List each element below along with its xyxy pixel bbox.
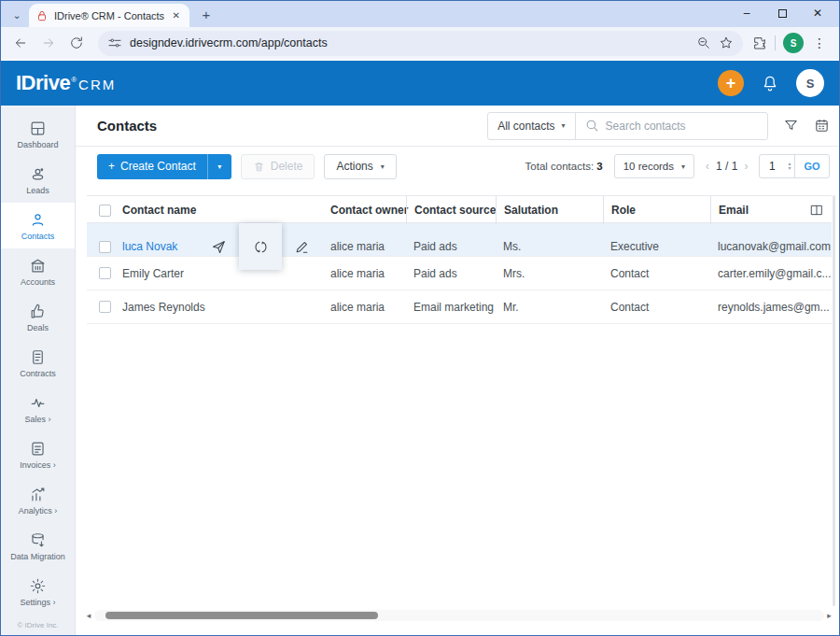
- row-checkbox-cell: [87, 267, 115, 279]
- create-contact-dropdown[interactable]: ▾: [207, 154, 231, 179]
- sidebar-item-settings[interactable]: Settings ›: [1, 569, 75, 615]
- sidebar-item-accounts[interactable]: Accounts: [1, 248, 75, 294]
- table-row[interactable]: luca Novak: [87, 223, 832, 257]
- vertical-scrollbar[interactable]: [833, 195, 835, 606]
- contact-name-link[interactable]: luca Novak: [122, 240, 177, 253]
- app-body: Dashboard Leads Contacts Accounts Deals …: [1, 106, 839, 635]
- column-header-contact-owner[interactable]: Contact owner: [323, 204, 406, 217]
- goto-page-group: ▴ ▾ GO: [759, 154, 829, 178]
- accounts-icon: [29, 257, 47, 275]
- scrollbar-thumb[interactable]: [105, 612, 378, 619]
- actions-toolbar: + Create Contact ▾ Delete Actions ▾ Tota…: [76, 147, 840, 186]
- plus-icon: +: [108, 160, 115, 173]
- new-tab-button[interactable]: +: [195, 3, 217, 25]
- send-email-icon[interactable]: [211, 239, 227, 255]
- sidebar-item-sales[interactable]: Sales ›: [1, 386, 75, 431]
- user-avatar[interactable]: S: [796, 69, 824, 97]
- window-minimize-button[interactable]: –: [729, 1, 764, 25]
- column-manager-icon[interactable]: [809, 203, 824, 218]
- chevron-down-icon: ▾: [681, 163, 685, 171]
- window-close-button[interactable]: ✕: [800, 1, 835, 25]
- column-header-contact-source[interactable]: Contact source: [406, 196, 496, 224]
- url-text: designdev.idrivecrm.com/app/contacts: [130, 36, 689, 49]
- back-button[interactable]: [8, 31, 33, 55]
- contact-source-cell: Email marketing: [406, 301, 496, 314]
- extensions-icon[interactable]: [752, 35, 767, 50]
- records-per-page-dropdown[interactable]: 10 records ▾: [614, 154, 694, 178]
- next-page-chevron[interactable]: ›: [744, 160, 748, 173]
- bookmark-star-icon[interactable]: [719, 35, 734, 50]
- row-checkbox[interactable]: [99, 301, 111, 313]
- page-header-controls: All contacts ▾: [487, 112, 829, 140]
- sidebar-item-analytics[interactable]: Analytics ›: [1, 477, 75, 523]
- sidebar-item-label: Deals: [27, 323, 49, 332]
- idrive-crm-logo[interactable]: IDrive ® CRM: [16, 71, 116, 95]
- email-cell: reynolds.james@gm...: [710, 301, 832, 314]
- contact-source-cell: Paid ads: [406, 267, 496, 280]
- reload-button[interactable]: [64, 31, 89, 55]
- copyright-text: © IDrive Inc.: [1, 621, 75, 629]
- contact-name-cell[interactable]: James Reynolds: [115, 301, 323, 314]
- column-header-salutation[interactable]: Salutation: [496, 196, 603, 224]
- browser-profile-avatar[interactable]: S: [783, 33, 804, 53]
- browser-toolbar: designdev.idrivecrm.com/app/contacts S ⋮: [1, 27, 839, 59]
- tab-search-chevron-icon[interactable]: ⌄: [8, 7, 25, 23]
- main-content: Contacts All contacts ▾: [76, 106, 840, 635]
- total-contacts-label: Total contacts:: [525, 161, 595, 172]
- actions-dropdown-button[interactable]: Actions ▾: [324, 154, 396, 179]
- view-filter-dropdown[interactable]: All contacts ▾: [488, 113, 575, 139]
- header-actions: + S: [718, 69, 824, 97]
- maximize-icon: [778, 9, 787, 18]
- sidebar-item-dashboard[interactable]: Dashboard: [1, 111, 75, 157]
- browser-menu-icon[interactable]: ⋮: [807, 35, 832, 50]
- forward-button[interactable]: [36, 31, 61, 55]
- browser-tab[interactable]: IDrive® CRM - Contacts ✕: [29, 4, 189, 27]
- sidebar-item-label: Contracts: [20, 369, 56, 378]
- site-info-icon[interactable]: [107, 35, 122, 50]
- chevron-down-icon: ▾: [562, 121, 566, 130]
- sidebar-item-leads[interactable]: Leads: [1, 157, 75, 203]
- scrollbar-track[interactable]: [94, 610, 824, 621]
- contact-owner-cell: alice maria: [323, 301, 406, 314]
- edit-pencil-icon[interactable]: [294, 239, 310, 255]
- filter-funnel-icon[interactable]: [783, 118, 799, 134]
- quick-add-button[interactable]: +: [718, 70, 744, 96]
- sidebar-item-invoices[interactable]: Invoices ›: [1, 431, 75, 477]
- sidebar-item-data-migration[interactable]: Data Migration: [1, 523, 75, 569]
- window-maximize-button[interactable]: [764, 1, 800, 25]
- delete-button[interactable]: Delete: [241, 154, 315, 179]
- delete-label: Delete: [271, 160, 303, 173]
- date-filter-calendar-icon[interactable]: [814, 118, 830, 134]
- sidebar-item-contacts[interactable]: Contacts: [1, 203, 75, 248]
- invoices-icon: [29, 440, 47, 458]
- table-row[interactable]: James Reynolds alice maria Email marketi…: [87, 290, 832, 324]
- row-checkbox[interactable]: [99, 267, 111, 279]
- actions-label: Actions: [336, 160, 372, 173]
- scroll-right-arrow[interactable]: ▸: [824, 611, 835, 620]
- go-button[interactable]: GO: [794, 155, 828, 177]
- previous-page-chevron[interactable]: ‹: [706, 160, 709, 173]
- notifications-bell-icon[interactable]: [761, 74, 779, 92]
- row-checkbox[interactable]: [99, 241, 111, 253]
- zoom-out-icon[interactable]: [696, 35, 711, 50]
- records-per-page-label: 10 records: [623, 161, 674, 172]
- sidebar-item-deals[interactable]: Deals: [1, 294, 75, 340]
- column-header-role[interactable]: Role: [603, 196, 710, 224]
- page-spinner[interactable]: ▴ ▾: [784, 162, 794, 171]
- sidebar-item-label: Sales ›: [24, 415, 50, 424]
- page-indicator: 1 / 1: [716, 160, 737, 173]
- column-header-contact-name[interactable]: Contact name: [115, 204, 323, 217]
- create-contact-button[interactable]: + Create Contact: [97, 154, 207, 179]
- column-header-email[interactable]: Email: [710, 196, 832, 224]
- page-number-input[interactable]: [760, 160, 784, 173]
- sync-contact-button[interactable]: [239, 223, 282, 270]
- address-bar[interactable]: designdev.idrivecrm.com/app/contacts: [98, 31, 743, 56]
- contact-name-cell[interactable]: Emily Carter: [115, 267, 323, 280]
- window-controls: – ✕: [729, 1, 835, 25]
- sidebar-item-contracts[interactable]: Contracts: [1, 340, 75, 386]
- email-cell: lucanovak@gmail.com: [710, 240, 832, 253]
- search-input[interactable]: [606, 120, 755, 133]
- select-all-checkbox[interactable]: [99, 205, 111, 217]
- tab-close-icon[interactable]: ✕: [170, 9, 183, 21]
- scroll-left-arrow[interactable]: ◂: [83, 611, 94, 620]
